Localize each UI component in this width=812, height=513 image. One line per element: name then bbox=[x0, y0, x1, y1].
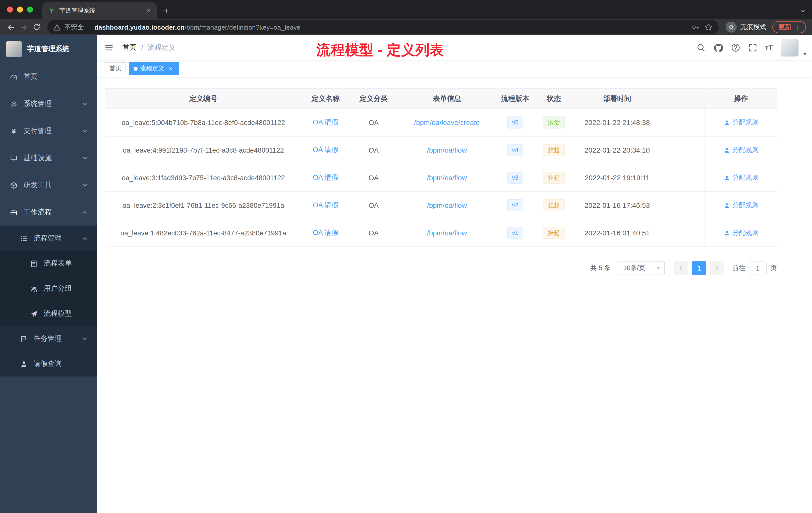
version-tag: v5 bbox=[507, 117, 523, 128]
sidebar-logo[interactable]: 芋道管理系统 bbox=[0, 35, 97, 63]
version-tag: v2 bbox=[507, 199, 523, 211]
sidebar-item-payment[interactable]: ¥ 支付管理 bbox=[0, 117, 97, 145]
tab-close-icon[interactable]: × bbox=[145, 6, 153, 14]
definition-name-link[interactable]: OA 请假 bbox=[313, 201, 339, 210]
help-icon[interactable] bbox=[731, 43, 740, 52]
url-host: dashboard.yudao.iocoder.cn bbox=[94, 23, 184, 31]
forward-icon[interactable] bbox=[17, 20, 30, 34]
breadcrumb: 首页 / 流程定义 bbox=[122, 43, 176, 52]
page-unit: 页 bbox=[770, 264, 777, 273]
incognito-chip: 无痕模式 bbox=[726, 22, 766, 33]
hamburger-icon[interactable] bbox=[97, 43, 118, 52]
user-group-icon bbox=[30, 285, 38, 292]
avatar-caret-icon[interactable] bbox=[803, 53, 807, 55]
goto-label: 前往 bbox=[732, 264, 745, 273]
task-icon bbox=[20, 335, 28, 342]
status-tag: 挂起 bbox=[543, 144, 565, 156]
assign-rule-link[interactable]: 分配规则 bbox=[723, 146, 758, 155]
assign-rule-link[interactable]: 分配规则 bbox=[723, 173, 758, 182]
chevron-down-icon bbox=[82, 336, 88, 342]
definition-name-link[interactable]: OA 请假 bbox=[313, 118, 339, 127]
breadcrumb-home[interactable]: 首页 bbox=[122, 43, 137, 52]
sidebar-item-process-model[interactable]: 流程模型 bbox=[0, 301, 97, 326]
yen-icon: ¥ bbox=[10, 127, 18, 135]
goto-page: 前往 页 bbox=[732, 261, 777, 275]
definition-name-link[interactable]: OA 请假 bbox=[313, 146, 339, 155]
form-icon bbox=[30, 260, 38, 267]
github-icon[interactable] bbox=[713, 43, 723, 53]
tags-view: 首页 流程定义 × bbox=[97, 60, 812, 77]
address-bar: 不安全 dashboard.yudao.iocoder.cn/bpm/manag… bbox=[0, 19, 812, 35]
new-tab-button[interactable]: + bbox=[164, 6, 169, 16]
goto-page-input[interactable] bbox=[749, 261, 767, 275]
column-header: 状态 bbox=[534, 89, 574, 109]
process-icon bbox=[20, 235, 28, 242]
minimize-window-button[interactable] bbox=[17, 6, 23, 12]
version-tag: v3 bbox=[507, 172, 523, 184]
deploy-time: 2022-01-22 20:34:10 bbox=[584, 146, 650, 154]
form-link[interactable]: /bpm/oa/flow bbox=[427, 229, 467, 237]
sidebar-item-leave-query[interactable]: 请假查询 bbox=[0, 351, 97, 376]
tools-icon bbox=[10, 181, 18, 189]
deploy-time: 2022-01-22 19:19:11 bbox=[585, 174, 649, 182]
tag-close-icon[interactable]: × bbox=[167, 65, 174, 72]
form-link[interactable]: /bpm/oa/flow bbox=[427, 201, 467, 209]
form-link[interactable]: /bpm/oa/leave/create bbox=[414, 118, 480, 126]
url-omnibox[interactable]: 不安全 dashboard.yudao.iocoder.cn/bpm/manag… bbox=[47, 20, 719, 34]
definition-category: OA bbox=[369, 118, 379, 126]
table-row: oa_leave:4:991f2193-7b7f-11ec-a3c8-acde4… bbox=[106, 137, 777, 164]
next-page-button[interactable] bbox=[710, 261, 724, 275]
security-label[interactable]: 不安全 bbox=[64, 23, 84, 32]
definition-name-link[interactable]: OA 请假 bbox=[313, 173, 339, 182]
breadcrumb-current: 流程定义 bbox=[148, 43, 176, 52]
update-browser-button[interactable]: 更新 ⋮ bbox=[772, 21, 806, 33]
reload-icon[interactable] bbox=[30, 20, 43, 34]
definition-id: oa_leave:3:1fad3d93-7b75-11ec-a3c8-acde4… bbox=[122, 174, 285, 181]
sidebar-item-user-group[interactable]: 用户分组 bbox=[0, 276, 97, 301]
workflow-icon bbox=[10, 209, 18, 216]
key-icon[interactable] bbox=[692, 23, 699, 31]
active-dot bbox=[134, 66, 138, 70]
page-size-select[interactable]: 10条/页 bbox=[618, 261, 665, 275]
search-icon[interactable] bbox=[696, 43, 705, 52]
navbar-actions: тT bbox=[696, 39, 812, 57]
tag-home[interactable]: 首页 bbox=[105, 62, 126, 75]
sidebar-item-devtools[interactable]: 研发工具 bbox=[0, 172, 97, 199]
model-icon bbox=[30, 310, 38, 318]
logo-image bbox=[6, 41, 22, 57]
status-tag: 挂起 bbox=[543, 172, 565, 184]
avatar[interactable] bbox=[781, 39, 799, 57]
close-window-button[interactable] bbox=[7, 6, 13, 12]
fullscreen-icon[interactable] bbox=[748, 43, 757, 52]
assign-rule-link[interactable]: 分配规则 bbox=[723, 229, 758, 237]
tag-process-definition[interactable]: 流程定义 × bbox=[129, 62, 179, 75]
form-link[interactable]: /bpm/oa/flow bbox=[427, 146, 467, 154]
dashboard-icon bbox=[10, 73, 18, 81]
font-size-icon[interactable]: тT bbox=[765, 44, 773, 52]
filler-cell bbox=[660, 192, 704, 219]
sidebar-item-infrastructure[interactable]: 基础设施 bbox=[0, 145, 97, 172]
tab-search-icon[interactable] bbox=[800, 8, 806, 14]
sidebar-item-task-management[interactable]: 任务管理 bbox=[0, 326, 97, 351]
warning-icon bbox=[53, 23, 61, 31]
sidebar-item-workflow[interactable]: 工作流程 bbox=[0, 199, 97, 226]
maximize-window-button[interactable] bbox=[27, 6, 33, 12]
form-link[interactable]: /bpm/oa/flow bbox=[427, 174, 467, 182]
prev-page-button[interactable] bbox=[674, 261, 688, 275]
sidebar-item-process-form[interactable]: 流程表单 bbox=[0, 251, 97, 276]
chevron-down-icon bbox=[82, 101, 88, 107]
app-root: 芋道管理系统 首页 系统管理 ¥ 支付管理 bbox=[0, 35, 812, 513]
sidebar-item-process-management[interactable]: 流程管理 bbox=[0, 226, 97, 251]
sidebar-item-home[interactable]: 首页 bbox=[0, 63, 97, 90]
bookmark-star-icon[interactable] bbox=[704, 23, 713, 31]
table-row: oa_leave:1:482ec033-762a-11ec-8477-a2380… bbox=[106, 219, 777, 247]
page-number-button[interactable]: 1 bbox=[692, 261, 706, 275]
definition-name-link[interactable]: OA 请假 bbox=[313, 229, 339, 237]
browser-tab[interactable]: 芋道管理系统 × bbox=[42, 2, 157, 19]
back-icon[interactable] bbox=[4, 20, 17, 34]
sidebar-item-system[interactable]: 系统管理 bbox=[0, 90, 97, 117]
assign-rule-link[interactable]: 分配规则 bbox=[723, 201, 758, 210]
definition-id: oa_leave:4:991f2193-7b7f-11ec-a3c8-acde4… bbox=[123, 146, 284, 154]
browser-menu-icon[interactable]: ⋮ bbox=[791, 23, 804, 31]
assign-rule-link[interactable]: 分配规则 bbox=[723, 118, 758, 127]
